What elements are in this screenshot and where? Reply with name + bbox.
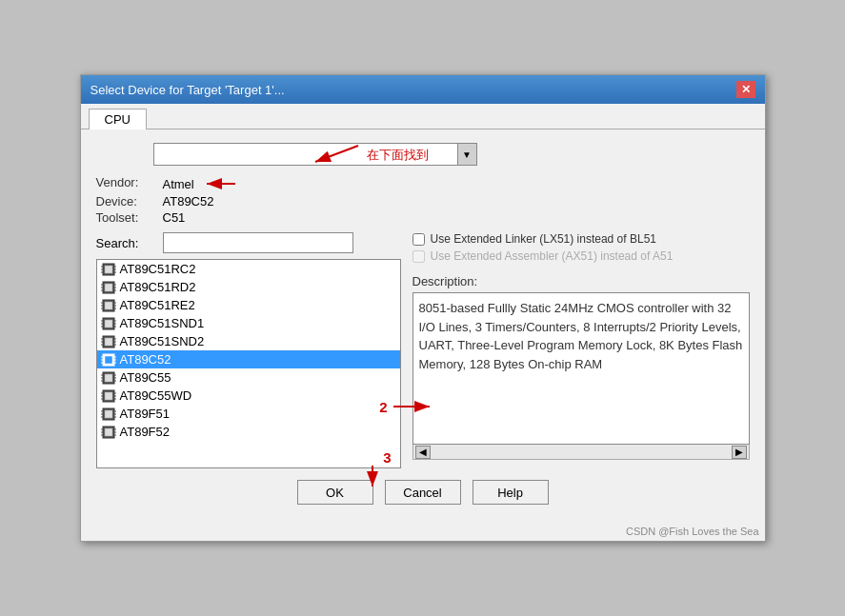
dialog-title: Select Device for Target 'Target 1'...: [91, 83, 285, 97]
main-area: Search: AT89C51RC2 AT89C51RD2: [96, 232, 750, 468]
search-input[interactable]: [163, 232, 353, 253]
svg-rect-13: [105, 284, 112, 291]
step2-annotation: 2: [379, 392, 438, 421]
description-label: Description:: [412, 274, 750, 288]
extended-linker-checkbox[interactable]: [412, 233, 425, 246]
dropdown-arrow-icon[interactable]: ▼: [458, 143, 477, 166]
checkboxes-area: Use Extended Linker (LX51) instead of BL…: [412, 232, 750, 267]
device-label: Device:: [96, 194, 163, 209]
checkbox-row-2: Use Extended Assembler (AX51) instead of…: [412, 249, 750, 263]
tab-cpu[interactable]: CPU: [89, 109, 147, 129]
annotation-find-below: 在下面找到: [306, 141, 429, 169]
dropdown-row: ▼: [153, 143, 750, 166]
device-item[interactable]: AT89C51SND1: [97, 314, 400, 332]
horizontal-scrollbar[interactable]: ◀ ▶: [412, 445, 750, 460]
toolset-label: Toolset:: [96, 210, 163, 225]
description-section: Description: 8051-based Fullly Static 24…: [412, 274, 750, 445]
vendor-label: Vendor:: [96, 175, 163, 192]
device-value: AT89C52: [163, 194, 214, 209]
svg-rect-21: [105, 302, 112, 309]
step3-number: 3: [383, 449, 391, 466]
description-box: 8051-based Fullly Static 24MHz CMOS cont…: [412, 292, 750, 445]
close-button[interactable]: ✕: [736, 81, 755, 98]
scroll-right-btn[interactable]: ▶: [732, 446, 747, 459]
title-bar: Select Device for Target 'Target 1'... ✕: [81, 75, 765, 104]
svg-rect-5: [105, 266, 112, 273]
device-item[interactable]: AT89C55WD: [97, 387, 400, 405]
scroll-left-btn[interactable]: ◀: [415, 446, 431, 459]
device-list-container: AT89C51RC2 AT89C51RD2 AT89C51RE2: [96, 259, 401, 468]
extended-linker-label: Use Extended Linker (LX51) instead of BL…: [431, 232, 656, 246]
svg-rect-53: [105, 374, 112, 382]
device-list[interactable]: AT89C51RC2 AT89C51RD2 AT89C51RE2: [96, 259, 401, 468]
vendor-value: Atmel: [163, 177, 194, 191]
search-label: Search:: [96, 236, 163, 250]
toolset-value: C51: [163, 210, 186, 225]
device-info-row: Device: AT89C52: [96, 194, 750, 209]
device-item[interactable]: AT89C51RD2: [97, 278, 400, 296]
device-item[interactable]: AT89C52: [97, 350, 400, 368]
toolset-row: Toolset: C51: [96, 210, 750, 225]
device-item[interactable]: AT89C51RE2: [97, 296, 400, 314]
step2-number: 2: [379, 399, 387, 415]
device-item[interactable]: AT89C55: [97, 368, 400, 387]
step3-annotation: 3: [353, 449, 392, 494]
cancel-button[interactable]: Cancel: [385, 480, 461, 505]
svg-line-1: [315, 146, 358, 162]
svg-rect-29: [105, 320, 112, 328]
vendor-row: Vendor: Atmel: [96, 175, 750, 192]
help-button[interactable]: Help: [473, 480, 549, 505]
button-section: 3 OK Cancel Help: [96, 468, 750, 514]
device-item[interactable]: AT89F52: [97, 423, 400, 441]
step2-arrow-svg: [392, 392, 439, 421]
extended-assembler-checkbox[interactable]: [412, 250, 425, 263]
dialog-content: ▼ 在下面找到 Vendor: Atmel: [81, 129, 765, 524]
search-row: Search:: [96, 232, 401, 253]
tab-bar: CPU: [81, 104, 765, 129]
footer: CSDN @Fish Loves the Sea: [81, 524, 765, 541]
dropdown-section: ▼ 在下面找到: [96, 143, 750, 166]
annotation-text-zh: 在下面找到: [367, 147, 429, 164]
button-row: OK Cancel Help: [96, 468, 750, 514]
vendor-arrow-svg: [202, 175, 240, 192]
svg-rect-37: [105, 338, 112, 346]
svg-rect-77: [105, 428, 112, 436]
left-panel: Search: AT89C51RC2 AT89C51RD2: [96, 232, 401, 468]
svg-rect-45: [105, 356, 112, 364]
svg-rect-61: [105, 392, 112, 400]
svg-rect-69: [105, 410, 112, 418]
device-item[interactable]: AT89F51: [97, 405, 400, 423]
device-item[interactable]: AT89C51RC2: [97, 260, 400, 278]
annotation-arrow-svg: [306, 141, 363, 169]
extended-assembler-label: Use Extended Assembler (AX51) instead of…: [431, 249, 674, 263]
right-panel: Use Extended Linker (LX51) instead of BL…: [412, 232, 750, 468]
main-dialog: Select Device for Target 'Target 1'... ✕…: [80, 74, 766, 542]
device-item[interactable]: AT89C51SND2: [97, 332, 400, 350]
step3-arrow-svg: [353, 466, 392, 494]
checkbox-row-1: Use Extended Linker (LX51) instead of BL…: [412, 232, 750, 246]
